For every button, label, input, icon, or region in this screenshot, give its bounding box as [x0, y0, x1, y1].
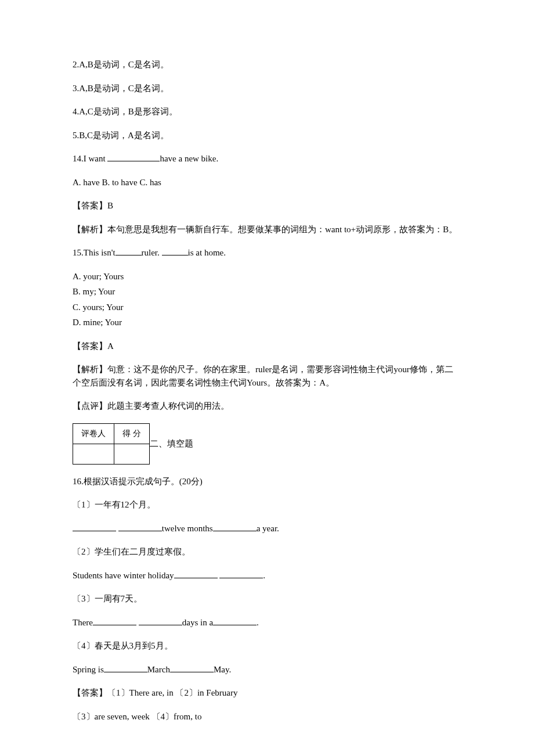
q15-opt-d: D. mine; Your	[73, 316, 461, 329]
score-cell-2	[114, 444, 150, 464]
blank	[118, 522, 162, 531]
blank	[174, 569, 218, 578]
q15-options: A. your; Yours B. my; Your C. yours; You…	[73, 270, 461, 329]
q14-options: A. have B. to have C. has	[73, 176, 461, 189]
q15-answer: 【答案】A	[73, 340, 461, 353]
q16-1-cn: 〔1〕一年有12个月。	[73, 498, 461, 512]
q16-1-en: twelve monthsa year.	[73, 522, 461, 535]
q15-explain: 【解析】句意：这不是你的尺子。你的在家里。ruler是名词，需要形容词性物主代词…	[73, 363, 461, 389]
blank	[213, 616, 257, 625]
q16-3-en: There days in a.	[73, 616, 461, 629]
q15-opt-a: A. your; Yours	[73, 270, 461, 283]
q14-stem-pre: 14.I want	[73, 154, 107, 163]
blank	[170, 663, 214, 672]
score-table: 评卷人 得 分	[73, 423, 150, 465]
note-5: 5.B,C是动词，A是名词。	[73, 129, 461, 142]
blank	[162, 246, 188, 255]
q14-stem: 14.I want have a new bike.	[73, 152, 461, 165]
q16-4-end: May.	[214, 665, 231, 674]
q16-2-cn: 〔2〕学生们在二月度过寒假。	[73, 545, 461, 559]
q15-opt-c: C. yours; Your	[73, 301, 461, 314]
note-4: 4.A,C是动词，B是形容词。	[73, 105, 461, 118]
note-2: 2.A,B是动词，C是名词。	[73, 58, 461, 71]
blank	[73, 522, 116, 531]
note-3: 3.A,B是动词，C是名词。	[73, 82, 461, 95]
blank	[116, 246, 142, 255]
q16-4-cn: 〔4〕春天是从3月到5月。	[73, 639, 461, 653]
q16-3-end: .	[257, 618, 259, 627]
q14-stem-post: have a new bike.	[160, 154, 218, 163]
section-2-title: 二、填空题	[150, 437, 193, 451]
q15-stem-pre: 15.This isn't	[73, 248, 116, 257]
q16-answer-line2: 〔3〕are seven, week 〔4〕from, to	[73, 710, 461, 723]
blank	[139, 616, 182, 625]
q15-opt-b: B. my; Your	[73, 285, 461, 298]
q16-2-end: .	[263, 571, 265, 580]
q16-3-pre: There	[73, 618, 93, 627]
q16-2-en: Students have winter holiday .	[73, 569, 461, 582]
q16-3-cn: 〔3〕一周有7天。	[73, 592, 461, 606]
blank	[107, 152, 160, 161]
q14-explain: 【解析】本句意思是我想有一辆新自行车。想要做某事的词组为：want to+动词原…	[73, 223, 461, 236]
q16-4-mid: March	[147, 665, 170, 674]
q16-3-mid: days in a	[182, 618, 213, 627]
q15-stem: 15.This isn'truler. is at home.	[73, 246, 461, 260]
q16-1-mid: twelve months	[162, 524, 213, 533]
section-2-header: 评卷人 得 分 二、填空题	[73, 423, 461, 465]
q15-stem-post: is at home.	[188, 248, 226, 257]
q16-1-end: a year.	[257, 524, 279, 533]
score-th1: 评卷人	[73, 423, 114, 444]
q16-2-pre: Students have winter holiday	[73, 571, 174, 580]
q15-stem-mid: ruler.	[142, 248, 162, 257]
blank	[219, 569, 263, 578]
q14-answer: 【答案】B	[73, 199, 461, 213]
q16-4-pre: Spring is	[73, 665, 104, 674]
q15-comment: 【点评】此题主要考查人称代词的用法。	[73, 399, 461, 413]
q16-answer-line1: 【答案】〔1〕There are, in 〔2〕in February	[73, 686, 461, 700]
score-cell-1	[73, 444, 114, 464]
score-th2: 得 分	[114, 423, 150, 444]
q16-4-en: Spring isMarchMay.	[73, 663, 461, 676]
blank	[104, 663, 147, 672]
blank	[213, 522, 257, 531]
blank	[93, 616, 136, 625]
q16-title: 16.根据汉语提示完成句子。(20分)	[73, 475, 461, 488]
